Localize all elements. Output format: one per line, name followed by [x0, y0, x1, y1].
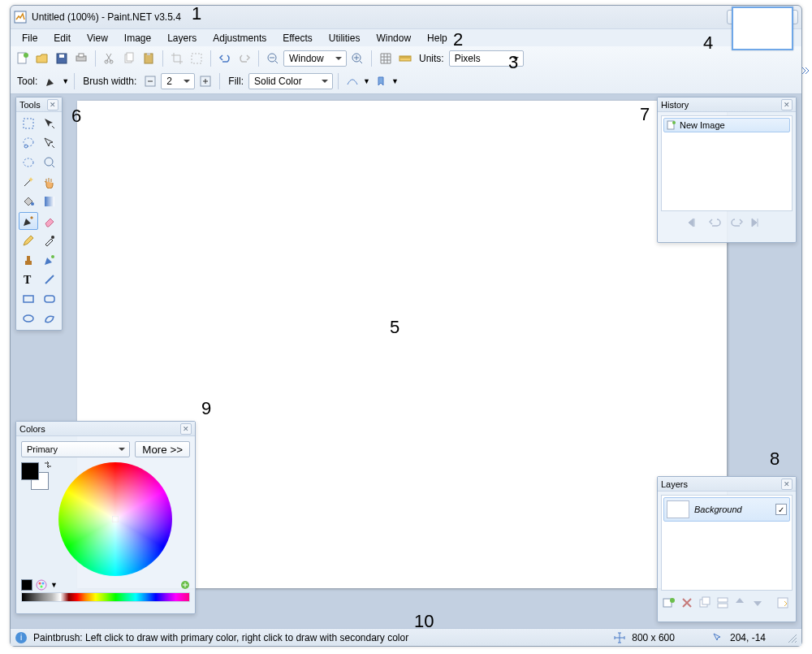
history-undo-icon[interactable]	[709, 218, 723, 229]
eraser-tool[interactable]	[40, 212, 59, 230]
menu-edit[interactable]: Edit	[45, 31, 79, 45]
freeform-shape-tool[interactable]	[40, 310, 59, 327]
rect-select-tool[interactable]	[19, 115, 38, 132]
history-redo-icon[interactable]	[730, 218, 745, 229]
move-pixels-tool[interactable]	[40, 134, 59, 152]
menu-adjustments[interactable]: Adjustments	[205, 31, 274, 45]
layer-up-button[interactable]	[734, 596, 749, 611]
annotation-10: 10	[414, 611, 434, 632]
brush-width-increase[interactable]	[197, 72, 214, 90]
merge-layer-button[interactable]	[716, 596, 731, 611]
tools-panel-close[interactable]: ✕	[47, 99, 58, 110]
delete-layer-button[interactable]	[680, 596, 695, 611]
swap-colors-icon[interactable]	[44, 461, 52, 469]
redo-button[interactable]	[235, 50, 253, 67]
recolor-tool[interactable]	[40, 251, 59, 269]
zoom-out-button[interactable]	[264, 50, 282, 67]
pencil-tool[interactable]	[19, 232, 38, 249]
palette-strip[interactable]	[21, 592, 190, 602]
paint-bucket-tool[interactable]	[19, 193, 38, 210]
rectangle-shape-tool[interactable]	[19, 290, 38, 308]
menu-view[interactable]: View	[79, 31, 116, 45]
svg-rect-52	[718, 604, 728, 608]
colors-more-button[interactable]: More >>	[135, 441, 190, 457]
mini-swatch-black[interactable]	[21, 579, 32, 591]
clone-stamp-tool[interactable]	[19, 251, 38, 269]
grid-button[interactable]	[377, 50, 395, 67]
thumbnail-toggle-icon[interactable]	[801, 65, 810, 76]
cut-button[interactable]	[101, 50, 119, 67]
svg-line-34	[52, 165, 54, 167]
annotation-9: 9	[201, 398, 211, 419]
pan-tool[interactable]	[40, 173, 59, 191]
menu-image[interactable]: Image	[116, 31, 159, 45]
primary-color-swatch[interactable]	[21, 462, 39, 480]
open-file-button[interactable]	[33, 50, 51, 67]
gradient-tool[interactable]	[40, 193, 59, 210]
history-fastforward-icon[interactable]	[751, 218, 766, 229]
history-item[interactable]: New Image	[663, 118, 790, 132]
rounded-rect-tool[interactable]	[40, 290, 59, 308]
duplicate-layer-button[interactable]	[698, 596, 713, 611]
history-panel-close[interactable]: ✕	[781, 99, 793, 110]
colors-panel-close[interactable]: ✕	[180, 423, 192, 435]
history-rewind-icon[interactable]	[688, 218, 702, 229]
svg-point-56	[42, 583, 45, 585]
svg-point-4	[24, 53, 28, 58]
zoom-in-button[interactable]	[348, 50, 366, 67]
layer-properties-button[interactable]	[776, 596, 791, 611]
deselect-button[interactable]	[188, 50, 205, 67]
new-file-button[interactable]	[14, 50, 32, 67]
crop-button[interactable]	[168, 50, 186, 67]
menu-effects[interactable]: Effects	[274, 31, 320, 45]
move-selection-tool[interactable]	[40, 115, 59, 132]
palette-options-icon[interactable]	[36, 579, 47, 591]
zoom-tool[interactable]	[40, 154, 59, 171]
brush-width-select[interactable]: 2	[161, 73, 195, 89]
magic-wand-tool[interactable]	[19, 173, 38, 191]
layer-visibility-checkbox[interactable]: ✓	[775, 504, 787, 515]
undo-button[interactable]	[216, 50, 234, 67]
layer-down-button[interactable]	[752, 596, 767, 611]
menu-utilities[interactable]: Utilities	[321, 31, 369, 45]
layer-toolbar	[658, 594, 796, 613]
menu-help[interactable]: Help	[419, 31, 456, 45]
color-wheel[interactable]	[58, 462, 172, 576]
paintbrush-tool[interactable]	[19, 212, 38, 230]
add-layer-button[interactable]	[663, 596, 677, 611]
layer-item[interactable]: Background ✓	[663, 497, 790, 522]
menu-layers[interactable]: Layers	[159, 31, 205, 45]
antialias-button[interactable]	[343, 72, 361, 90]
print-button[interactable]	[72, 50, 90, 67]
line-tool[interactable]	[40, 271, 59, 288]
brush-width-decrease[interactable]	[141, 72, 159, 90]
color-picker-tool[interactable]	[40, 232, 59, 249]
zoom-mode-select[interactable]: Window	[283, 50, 347, 67]
text-tool[interactable]: T	[19, 271, 38, 288]
save-button[interactable]	[53, 50, 71, 67]
add-swatch-icon[interactable]	[180, 580, 190, 590]
ellipse-shape-tool[interactable]	[19, 310, 38, 327]
copy-button[interactable]	[120, 50, 138, 67]
svg-line-20	[360, 61, 362, 63]
svg-point-37	[51, 236, 54, 239]
paste-button[interactable]	[140, 50, 158, 67]
lasso-tool[interactable]	[19, 134, 38, 152]
menu-window[interactable]: Window	[368, 31, 419, 45]
annotation-5: 5	[390, 317, 400, 338]
color-wheel-cursor[interactable]	[112, 516, 119, 522]
blend-mode-button[interactable]	[372, 72, 390, 90]
color-target-select[interactable]: Primary	[21, 441, 130, 457]
svg-rect-29	[24, 119, 33, 128]
fill-label: Fill:	[225, 76, 247, 87]
svg-point-33	[45, 158, 53, 166]
ellipse-select-tool[interactable]	[19, 154, 38, 171]
tool-picker[interactable]	[42, 72, 60, 90]
image-thumbnail[interactable]	[732, 6, 793, 50]
resize-grip-icon[interactable]	[787, 633, 797, 643]
primary-secondary-swatch[interactable]	[21, 462, 50, 492]
layers-panel-close[interactable]: ✕	[781, 479, 793, 490]
ruler-button[interactable]	[396, 50, 414, 67]
fill-select[interactable]: Solid Color	[248, 73, 333, 89]
menu-file[interactable]: File	[14, 31, 45, 45]
